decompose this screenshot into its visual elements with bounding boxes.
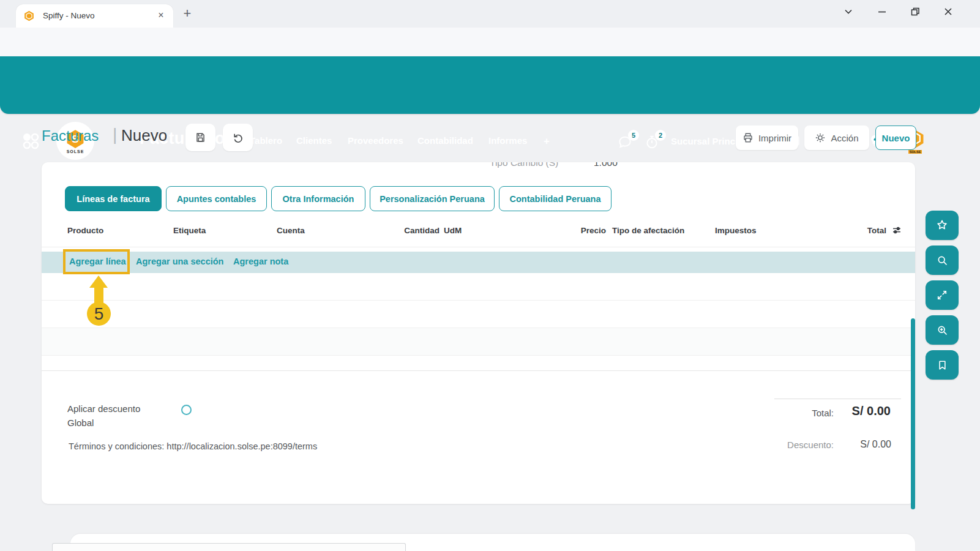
annotation-arrow-icon [89,276,108,288]
print-button[interactable]: Imprimir [736,126,798,150]
tab-close-icon[interactable]: × [155,9,167,21]
bottom-partial-element [52,543,406,551]
tab-otra-informacion[interactable]: Otra Información [271,186,365,211]
breadcrumb-separator: | [113,125,117,144]
browser-toolbar: localizacion.solse.pe/web#menu_id=435&ac… [0,28,980,56]
annotation-step-number: 5 [94,304,104,324]
nav-proveedores[interactable]: Proveedores [348,135,403,146]
print-label: Imprimir [758,133,791,143]
tab-contabilidad-peruana[interactable]: Contabilidad Peruana [499,186,612,211]
apps-menu-icon[interactable] [18,129,43,153]
totals-divider [774,399,901,399]
annotation-step-badge: 5 [87,302,111,326]
total-value: S/ 0.00 [852,404,891,418]
window-restore-button[interactable] [908,4,922,19]
terms-text: Términos y condiciones: http://localizac… [69,441,317,451]
action-button[interactable]: Acción [804,126,869,150]
new-tab-button[interactable]: + [179,6,195,21]
annotation-arrow-shaft [94,287,103,304]
nav-clientes[interactable]: Clientes [296,135,332,146]
new-label: Nuevo [882,133,910,143]
exchange-rate-value: 1.000 [594,162,618,168]
col-cantidad[interactable]: Cantidad [384,226,440,235]
browser-titlebar: Spiffy - Nuevo × + [0,0,980,28]
breadcrumb-current: Nuevo [121,126,167,145]
col-impuestos[interactable]: Impuestos [715,226,757,235]
save-button[interactable] [185,124,215,151]
expand-button[interactable] [926,280,959,310]
tab-search-icon[interactable] [841,4,856,19]
discard-button[interactable] [223,124,253,151]
divider [42,247,915,247]
col-precio[interactable]: Precio [569,226,606,235]
global-discount-label-1: Aplicar descuento [67,403,140,414]
add-section-link[interactable]: Agregar una sección [136,257,223,266]
tab-personalizacion-peruana[interactable]: Personalización Peruana [370,186,495,211]
discount-total-value: S/ 0.00 [860,439,891,450]
divider [42,355,915,356]
optional-columns-icon[interactable] [891,225,902,236]
logo-text: SOLSE [67,149,84,154]
col-cuenta[interactable]: Cuenta [277,226,305,235]
screen: Spiffy - Nuevo × + [0,0,980,551]
avatar-label: SOLSE [908,150,922,154]
tab-lineas-de-factura[interactable]: Líneas de factura [65,186,162,211]
col-producto[interactable]: Producto [67,226,103,235]
nav-contabilidad[interactable]: Contabilidad [417,135,473,146]
global-discount-label-2: Global [67,418,94,428]
breadcrumb-parent[interactable]: Facturas [42,127,99,144]
col-tipo-afectacion[interactable]: Tipo de afectación [612,226,684,235]
browser-tab[interactable]: Spiffy - Nuevo × [16,4,173,28]
col-udm[interactable]: UdM [444,226,462,235]
favicon-solse-icon [24,10,34,21]
invoice-form-card: Tipo Cambio (S) 1.000 Líneas de factura … [42,162,915,504]
divider [42,328,915,328]
empty-row-stripe [42,328,915,355]
tab-title: Spiffy - Nuevo [43,11,95,20]
total-label: Total: [812,408,834,418]
scrollbar-thumb[interactable] [911,318,915,509]
activities-badge: 2 [655,130,666,141]
new-record-button[interactable]: Nuevo [875,126,916,150]
bookmark-button[interactable] [926,350,959,380]
zoom-in-button[interactable] [926,315,959,345]
window-close-button[interactable] [941,4,956,19]
nav-informes[interactable]: Informes [488,135,527,146]
divider [42,300,915,301]
tab-apuntes-contables[interactable]: Apuntes contables [166,186,267,211]
exchange-rate-label: Tipo Cambio (S) [490,162,558,168]
action-label: Acción [831,133,858,143]
app-header: S SOLSE Facturacion Tablero Clientes Pro… [0,56,980,114]
add-note-link[interactable]: Agregar nota [233,257,288,266]
col-total[interactable]: Total [843,226,886,235]
divider [42,370,915,371]
messages-badge: 5 [628,130,639,141]
search-button[interactable] [926,246,959,275]
col-etiqueta[interactable]: Etiqueta [173,226,206,235]
global-discount-checkbox[interactable] [181,405,192,415]
favorite-star-button[interactable] [926,211,959,240]
nav-plus[interactable]: + [544,135,550,148]
discount-total-label: Descuento: [787,440,834,450]
exchange-rate-row: Tipo Cambio (S) 1.000 [42,162,915,171]
nav-tablero[interactable]: Tablero [250,135,282,146]
window-minimize-button[interactable] [875,4,889,19]
annotation-highlight-box [63,249,130,274]
